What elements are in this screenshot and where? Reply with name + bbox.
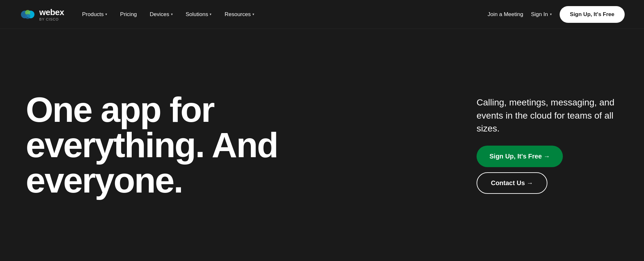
nav-menu: Products ▾ Pricing Devices ▾ Solutions ▾… <box>77 8 260 21</box>
nav-item-solutions[interactable]: Solutions ▾ <box>181 8 217 21</box>
hero-section: One app for everything. And everyone. Ca… <box>0 29 644 261</box>
chevron-down-icon: ▾ <box>252 12 254 16</box>
join-meeting-link[interactable]: Join a Meeting <box>488 11 523 18</box>
hero-right: Calling, meetings, messaging, and events… <box>457 96 618 194</box>
sign-in-area[interactable]: Sign In ▾ <box>531 11 552 18</box>
hero-subtext: Calling, meetings, messaging, and events… <box>477 96 618 135</box>
sign-in-label: Sign In <box>531 11 548 18</box>
chevron-down-icon: ▾ <box>550 12 552 16</box>
nav-right: Join a Meeting Sign In ▾ Sign Up, It's F… <box>488 6 625 23</box>
hero-headline: One app for everything. And everyone. <box>26 92 316 198</box>
hero-left: One app for everything. And everyone. <box>26 92 316 198</box>
webex-logo-icon: W <box>19 6 36 23</box>
chevron-down-icon: ▾ <box>210 12 212 16</box>
hero-contact-button[interactable]: Contact Us → <box>477 172 547 194</box>
nav-item-pricing[interactable]: Pricing <box>115 8 142 21</box>
logo-by: by CISCO <box>39 17 64 21</box>
hero-buttons: Sign Up, It's Free → Contact Us → <box>477 146 618 194</box>
logo[interactable]: W webex by CISCO <box>19 6 64 23</box>
chevron-down-icon: ▾ <box>171 12 173 16</box>
chevron-down-icon: ▾ <box>105 12 107 16</box>
nav-item-resources[interactable]: Resources ▾ <box>219 8 259 21</box>
navbar: W webex by CISCO Products ▾ Pricing Devi… <box>0 0 644 29</box>
nav-devices-label: Devices <box>150 11 169 18</box>
nav-resources-label: Resources <box>224 11 251 18</box>
logo-name: webex <box>39 7 64 17</box>
nav-products-label: Products <box>82 11 104 18</box>
nav-left: W webex by CISCO Products ▾ Pricing Devi… <box>19 6 260 23</box>
nav-item-devices[interactable]: Devices ▾ <box>145 8 178 21</box>
nav-item-products[interactable]: Products ▾ <box>77 8 112 21</box>
nav-solutions-label: Solutions <box>186 11 208 18</box>
nav-pricing-label: Pricing <box>120 11 137 18</box>
nav-signup-button[interactable]: Sign Up, It's Free <box>560 6 625 23</box>
hero-signup-button[interactable]: Sign Up, It's Free → <box>477 146 563 167</box>
logo-text-area: webex by CISCO <box>39 7 64 21</box>
